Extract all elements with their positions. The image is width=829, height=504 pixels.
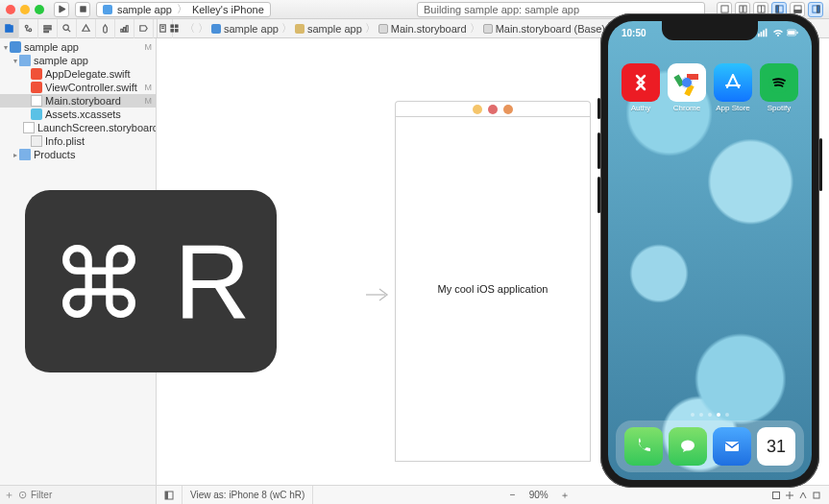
command-key-glyph: ⌘ xyxy=(51,236,147,332)
page-indicator[interactable] xyxy=(608,413,812,417)
folder-icon xyxy=(295,24,305,34)
svg-rect-33 xyxy=(773,492,780,498)
volume-up-icon xyxy=(597,132,600,169)
exit-icon[interactable] xyxy=(488,105,498,114)
canvas-options[interactable] xyxy=(764,486,829,504)
zoom-window-icon[interactable] xyxy=(35,5,44,14)
tree-item-label: Info.plist xyxy=(45,135,85,147)
svg-rect-32 xyxy=(165,492,168,499)
ios-simulator-window[interactable]: 10:50 AuthyChromeApp StoreSpotify 31 xyxy=(600,13,819,488)
svg-rect-38 xyxy=(761,32,763,36)
crumb-2[interactable]: Main.storyboard xyxy=(391,23,467,35)
mail-app-icon[interactable] xyxy=(713,427,751,466)
filter-field[interactable] xyxy=(31,490,153,500)
project-icon xyxy=(211,24,221,34)
close-window-icon[interactable] xyxy=(6,5,15,14)
disclosure-triangle-icon[interactable]: ▾ xyxy=(2,43,10,52)
home-app-appstore[interactable]: App Store xyxy=(712,63,754,112)
authy-app-icon[interactable] xyxy=(622,63,660,102)
sb-file-icon xyxy=(31,95,42,107)
tree-item-products[interactable]: ▸Products xyxy=(0,148,156,161)
calendar-app-icon[interactable]: 31 xyxy=(757,427,795,466)
dock: 31 xyxy=(616,420,804,472)
tree-item-main-storyboard[interactable]: Main.storyboardM xyxy=(0,94,156,108)
volume-down-icon xyxy=(597,177,600,213)
svg-rect-29 xyxy=(175,29,178,32)
breakpoint-navigator-tab[interactable] xyxy=(134,19,154,38)
spotify-app-icon[interactable] xyxy=(760,63,798,102)
view-controller-scene[interactable]: My cool iOS application xyxy=(395,101,591,462)
svg-rect-28 xyxy=(170,29,173,32)
crumb-0[interactable]: sample app xyxy=(224,23,279,35)
tree-item-sample-app[interactable]: ▾sample app xyxy=(0,54,156,67)
scene-header[interactable] xyxy=(395,101,591,116)
storyboard-icon xyxy=(483,24,493,34)
tree-item-label: sample app xyxy=(34,55,88,66)
add-button[interactable]: ＋ xyxy=(4,489,14,502)
app-label: Authy xyxy=(631,104,650,112)
zoom-in-button[interactable]: ＋ xyxy=(558,489,572,502)
folder-file-icon xyxy=(19,55,31,66)
document-outline-toggle[interactable] xyxy=(157,486,183,504)
first-responder-icon[interactable] xyxy=(473,105,482,114)
tree-item-sample-app[interactable]: ▾sample appM xyxy=(0,40,156,54)
home-app-authy[interactable]: Authy xyxy=(620,63,662,112)
filter-scope-icon[interactable]: ⊙ xyxy=(18,489,27,502)
back-button[interactable]: 〈 xyxy=(184,21,195,36)
symbol-navigator-tab[interactable] xyxy=(38,19,58,38)
issue-navigator-tab[interactable] xyxy=(77,19,96,38)
tree-item-viewcontroller-swift[interactable]: ViewController.swiftM xyxy=(0,81,156,94)
project-navigator-tab[interactable] xyxy=(0,19,19,38)
run-button[interactable] xyxy=(54,2,69,17)
source-control-navigator-tab[interactable] xyxy=(19,19,38,38)
forward-button[interactable]: 〉 xyxy=(198,21,208,36)
home-app-chrome[interactable]: Chrome xyxy=(666,63,708,112)
chrome-app-icon[interactable] xyxy=(668,63,706,102)
plist-file-icon xyxy=(31,135,42,147)
related-items-icon[interactable] xyxy=(166,21,182,36)
find-navigator-tab[interactable] xyxy=(58,19,77,38)
tree-item-appdelegate-swift[interactable]: AppDelegate.swift xyxy=(0,67,156,81)
test-navigator-tab[interactable] xyxy=(96,19,115,38)
disclosure-triangle-icon[interactable]: ▸ xyxy=(12,151,19,159)
minimize-window-icon[interactable] xyxy=(20,5,30,14)
stop-button[interactable] xyxy=(75,2,90,17)
home-app-spotify[interactable]: Spotify xyxy=(758,63,800,112)
label-on-canvas[interactable]: My cool iOS application xyxy=(438,283,549,295)
zoom-level[interactable]: 90% xyxy=(529,490,549,500)
simulator-screen[interactable]: 10:50 AuthyChromeApp StoreSpotify 31 xyxy=(608,21,812,480)
tree-item-label: LaunchScreen.storyboard xyxy=(37,122,157,133)
canvas-bottom-bar: View as: iPhone 8 (wC hR) − 90% ＋ xyxy=(157,485,829,504)
svg-rect-4 xyxy=(743,6,745,12)
crumb-3[interactable]: Main.storyboard (Base) xyxy=(496,23,605,35)
side-button-icon xyxy=(819,138,822,191)
view-controller-view[interactable]: My cool iOS application xyxy=(395,116,591,462)
scheme-app-label: sample app xyxy=(117,4,172,15)
svg-rect-36 xyxy=(814,492,819,498)
crumb-1[interactable]: sample app xyxy=(307,23,362,35)
svg-point-13 xyxy=(25,25,28,28)
view-controller-icon[interactable] xyxy=(503,105,513,114)
svg-rect-15 xyxy=(44,26,51,27)
home-screen-apps: AuthyChromeApp StoreSpotify xyxy=(608,63,812,112)
tree-item-launchscreen-storyboard[interactable]: LaunchScreen.storyboard xyxy=(0,121,156,134)
svg-rect-21 xyxy=(124,28,126,33)
svg-rect-43 xyxy=(797,32,798,34)
toggle-inspector-button[interactable] xyxy=(808,2,823,17)
zoom-out-button[interactable]: − xyxy=(506,489,520,502)
navigator-filter-bar: ＋ ⊙ ◳ ▭ xyxy=(0,485,157,504)
appstore-app-icon[interactable] xyxy=(714,63,752,102)
scheme-selector[interactable]: sample app 〉 Kelley's iPhone xyxy=(96,2,271,17)
tree-item-label: Main.storyboard xyxy=(45,95,121,107)
debug-navigator-tab[interactable] xyxy=(115,19,134,38)
tree-item-info-plist[interactable]: Info.plist xyxy=(0,134,156,148)
tree-item-assets-xcassets[interactable]: Assets.xcassets xyxy=(0,108,156,121)
swift-file-icon xyxy=(31,82,42,93)
svg-marker-0 xyxy=(59,6,64,12)
disclosure-triangle-icon[interactable]: ▾ xyxy=(12,57,19,65)
phone-app-icon[interactable] xyxy=(624,427,663,466)
navigator-tabset xyxy=(0,19,173,38)
messages-app-icon[interactable] xyxy=(669,427,707,466)
view-as-control[interactable]: View as: iPhone 8 (wC hR) xyxy=(183,486,313,504)
initial-view-controller-arrow-icon[interactable] xyxy=(366,285,391,304)
